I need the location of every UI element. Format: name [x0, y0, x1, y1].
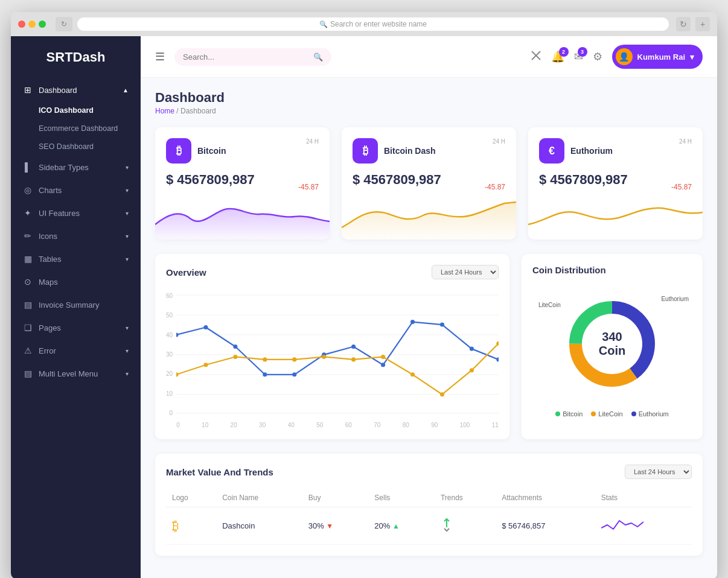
svg-point-28 — [381, 355, 385, 359]
browser-url-bar[interactable]: 🔍 Search or enter website name — [77, 17, 669, 31]
donut-container: LiteCoin Euthorium — [532, 284, 692, 418]
icons-nav-icon: ✏ — [23, 231, 33, 241]
bitcoin-dash-icon: ₿ — [353, 138, 378, 164]
minimize-dot[interactable] — [28, 21, 36, 28]
sidebar-item-dashboard[interactable]: ⊞ Dashboard ▲ — [11, 78, 141, 101]
sidebar-item-error[interactable]: ⚠ Error ▾ — [11, 339, 141, 362]
overview-chart-card: Overview Last 24 Hours 60 50 40 30 — [155, 254, 509, 439]
bitcoin-dash-card: ₿ Bitcoin Dash 24 H $ 4567809,987 -45.87 — [342, 127, 516, 240]
x-label-60: 60 — [345, 422, 352, 428]
bitcoin-legend-label: Bitcoin — [563, 410, 583, 418]
x-label-100: 100 — [460, 422, 470, 428]
market-title: Market Value And Trends — [166, 467, 273, 477]
sidebar-item-label-error: Error — [39, 346, 126, 355]
svg-point-26 — [322, 355, 326, 359]
chevron-down-icon-error: ▾ — [126, 348, 129, 354]
invoice-icon: ▤ — [23, 300, 33, 310]
page-content: Dashboard Home / Dashboard — [141, 78, 717, 568]
euthorium-change: -45.87 — [671, 183, 692, 191]
sidebar-item-multilevel[interactable]: ▤ Multi Level Menu ▾ — [11, 362, 141, 385]
x-label-30: 30 — [259, 422, 266, 428]
svg-point-31 — [470, 368, 474, 372]
add-tab-icon[interactable]: + — [695, 17, 710, 31]
maximize-dot[interactable] — [39, 21, 46, 28]
sidebar-item-label-maps: Maps — [39, 278, 129, 287]
message-icon[interactable]: ✉ 3 — [574, 50, 583, 63]
sidebar-item-icons[interactable]: ✏ Icons ▾ — [11, 224, 141, 247]
sidebar-item-invoice[interactable]: ▤ Invoice Summary — [11, 293, 141, 316]
close-dot[interactable] — [18, 21, 25, 28]
search-icon: 🔍 — [313, 52, 323, 62]
bitcoin-dash-name: Bitcoin Dash — [384, 146, 436, 156]
sidebar-subitem-seo[interactable]: SEO Dashboard — [11, 138, 141, 156]
svg-point-20 — [496, 357, 499, 361]
topbar: ☰ 🔍 🔔 2 — [141, 36, 717, 78]
bitcoin-dash-price: $ 4567809,987 — [353, 172, 441, 188]
col-buy: Buy — [302, 489, 369, 507]
bitcoin-chart — [155, 191, 330, 240]
y-label-60: 60 — [166, 293, 173, 299]
overview-title: Overview — [166, 267, 206, 278]
overview-filter[interactable]: Last 24 Hours — [432, 265, 499, 279]
donut-chart: 340 Coin — [564, 296, 660, 392]
y-label-50: 50 — [166, 312, 173, 319]
user-dropdown-icon: ▾ — [690, 52, 694, 62]
market-filter[interactable]: Last 24 Hours — [625, 465, 692, 479]
sidebar-item-maps[interactable]: ⊙ Maps — [11, 270, 141, 293]
sidebar-item-sidebar-types[interactable]: ▌ Sidebar Types ▾ — [11, 156, 141, 179]
bitcoin-dash-change: -45.87 — [485, 183, 505, 191]
breadcrumb-home[interactable]: Home — [155, 107, 174, 115]
donut-label: 340 Coin — [588, 330, 636, 358]
user-name: Kumkum Rai — [637, 52, 685, 62]
svg-point-13 — [292, 372, 296, 376]
pages-icon: ❑ — [23, 323, 33, 332]
bitcoin-change: -45.87 — [298, 183, 319, 191]
euthorium-chart — [528, 191, 703, 240]
topbar-icons: 🔔 2 ✉ 3 ⚙ 👤 Kumkum Rai ▾ — [531, 45, 703, 69]
buy-trend-down: ▼ — [326, 522, 333, 530]
notification-bell[interactable]: 🔔 2 — [551, 50, 564, 63]
sidebar-item-tables[interactable]: ▦ Tables ▾ — [11, 247, 141, 270]
tables-icon: ▦ — [23, 254, 33, 264]
coin-dist-title: Coin Distribution — [532, 265, 606, 275]
refresh-icon[interactable]: ↻ — [676, 17, 691, 31]
litecoin-legend-dot — [591, 411, 596, 416]
svg-point-10 — [204, 325, 208, 329]
bitcoin-card: ₿ Bitcoin 24 H $ 4567809,987 -45.87 — [155, 127, 330, 240]
close-icon[interactable] — [531, 50, 541, 63]
hamburger-menu[interactable]: ☰ — [155, 50, 165, 63]
notification-badge: 2 — [559, 47, 569, 57]
row-attachments: $ 56746,857 — [496, 507, 595, 545]
svg-point-17 — [410, 320, 415, 324]
charts-row: Overview Last 24 Hours 60 50 40 30 — [155, 254, 703, 439]
row-sells: 20% ▲ — [368, 507, 435, 545]
svg-point-11 — [233, 345, 237, 349]
search-input[interactable] — [183, 52, 313, 62]
euthorium-legend-label: Euthorium — [639, 410, 669, 418]
euthorium-price: $ 4567809,987 — [539, 172, 628, 188]
chevron-down-icon-tables: ▾ — [126, 256, 129, 262]
bitcoin-icon: ₿ — [166, 138, 191, 164]
market-header: Market Value And Trends Last 24 Hours — [166, 465, 692, 479]
svg-point-9 — [176, 332, 179, 337]
y-label-0: 0 — [166, 410, 173, 416]
reload-icon[interactable]: ↻ — [56, 17, 72, 31]
chevron-down-icon-ui: ▾ — [126, 210, 129, 217]
euthorium-icon: € — [539, 138, 564, 164]
y-label-40: 40 — [166, 332, 173, 338]
bitcoin-period: 24 H — [306, 138, 319, 145]
settings-icon[interactable]: ⚙ — [593, 50, 602, 63]
user-button[interactable]: 👤 Kumkum Rai ▾ — [612, 45, 703, 69]
sidebar-item-label-ui-features: UI Features — [39, 209, 126, 218]
sidebar-subitem-ecommerce[interactable]: Ecommerce Dashboard — [11, 119, 141, 138]
crypto-cards: ₿ Bitcoin 24 H $ 4567809,987 -45.87 — [155, 127, 703, 240]
x-label-11: 11 — [492, 422, 499, 428]
sidebar-item-ui-features[interactable]: ✦ UI Features ▾ — [11, 202, 141, 224]
sidebar-subitem-ico[interactable]: ICO Dashboard — [11, 101, 141, 119]
sidebar-item-label-icons: Icons — [39, 232, 126, 241]
sidebar-item-charts[interactable]: ◎ Charts ▾ — [11, 179, 141, 202]
sidebar-item-pages[interactable]: ❑ Pages ▾ — [11, 316, 141, 339]
sells-trend-up: ▲ — [392, 522, 400, 530]
overview-svg — [176, 288, 499, 421]
euthorium-name: Euthorium — [570, 146, 613, 156]
